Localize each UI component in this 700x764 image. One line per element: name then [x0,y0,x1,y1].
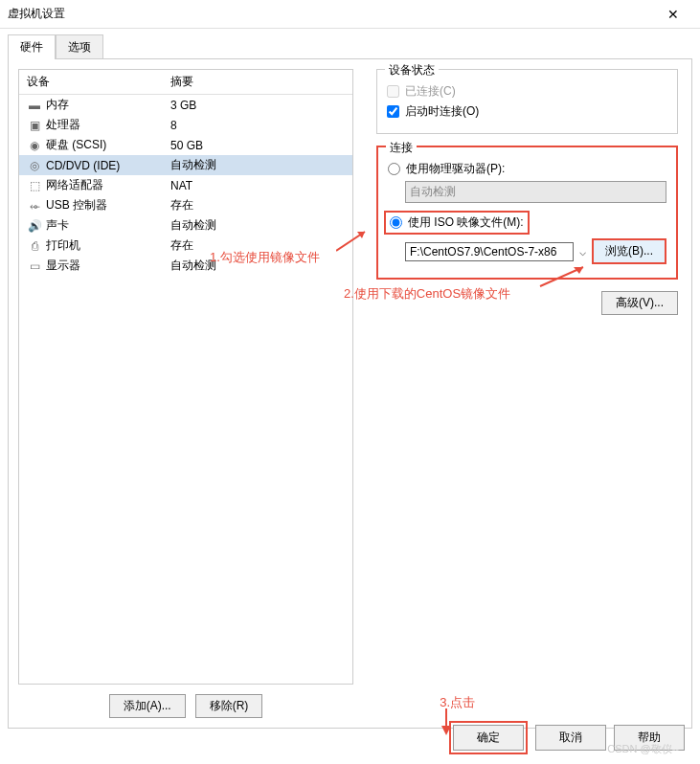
tab-hardware[interactable]: 硬件 [8,34,56,59]
memory-icon: ▬ [27,100,42,111]
cpu-icon: ▣ [27,120,42,131]
ok-button[interactable]: 确定 [453,725,524,751]
device-name: 硬盘 (SCSI) [46,137,170,153]
connection-title: 连接 [386,140,417,156]
device-row[interactable]: ⬰USB 控制器存在 [19,195,352,215]
add-button[interactable]: 添加(A)... [109,694,186,718]
close-icon[interactable]: ✕ [654,7,692,22]
device-name: 声卡 [46,217,170,234]
device-row[interactable]: ⬚网络适配器NAT [19,175,352,195]
device-summary: 存在 [170,237,345,254]
device-summary: 存在 [170,197,345,213]
usb-icon: ⬰ [27,200,42,212]
device-summary: 3 GB [170,99,345,112]
connected-label: 已连接(C) [405,83,456,100]
help-button[interactable]: 帮助 [614,725,685,751]
device-row[interactable]: ▭显示器自动检测 [19,256,352,276]
device-name: 处理器 [46,117,170,133]
device-table: 设备 摘要 ▬内存3 GB▣处理器8◉硬盘 (SCSI)50 GB◎CD/DVD… [18,69,353,685]
connect-start-checkbox[interactable] [387,105,399,118]
device-name: 显示器 [46,258,170,274]
dropdown-icon[interactable]: ⌵ [579,245,586,258]
header-summary: 摘要 [170,74,345,90]
device-summary: 50 GB [170,139,345,152]
advanced-button[interactable]: 高级(V)... [601,291,678,315]
iso-radio[interactable] [390,216,402,229]
tab-options[interactable]: 选项 [56,34,103,59]
physical-radio[interactable] [388,163,400,175]
iso-path-input[interactable] [405,242,574,261]
network-icon: ⬚ [27,180,42,191]
connect-start-label: 启动时连接(O) [405,103,479,120]
display-icon: ▭ [27,260,42,272]
connected-checkbox [387,85,399,98]
device-summary: NAT [170,179,345,192]
status-group: 设备状态 已连接(C) 启动时连接(O) [376,69,678,134]
iso-label: 使用 ISO 映像文件(M): [408,214,524,231]
device-name: 内存 [46,97,170,113]
device-row[interactable]: ◎CD/DVD (IDE)自动检测 [19,155,352,175]
header-device: 设备 [27,74,170,90]
remove-button[interactable]: 移除(R) [195,694,263,718]
device-name: 打印机 [46,237,170,254]
cd-icon: ◎ [27,160,42,171]
device-summary: 8 [170,119,345,132]
printer-icon: ⎙ [27,240,42,252]
device-summary: 自动检测 [170,157,345,173]
device-row[interactable]: ▬内存3 GB [19,95,352,115]
sound-icon: 🔊 [27,220,42,232]
device-name: CD/DVD (IDE) [46,159,170,172]
browse-button[interactable]: 浏览(B)... [592,238,666,264]
physical-dropdown: 自动检测 [405,181,666,203]
device-summary: 自动检测 [170,217,345,234]
device-row[interactable]: ▣处理器8 [19,115,352,135]
device-name: USB 控制器 [46,197,170,213]
device-name: 网络适配器 [46,177,170,193]
cancel-button[interactable]: 取消 [535,725,606,751]
physical-label: 使用物理驱动器(P): [406,161,505,177]
window-title: 虚拟机设置 [8,6,654,22]
device-row[interactable]: 🔊声卡自动检测 [19,215,352,236]
status-title: 设备状态 [385,62,439,79]
connection-group: 连接 使用物理驱动器(P): 自动检测 使用 ISO 映像文件(M): ⌵ 浏览… [376,146,678,280]
device-summary: 自动检测 [170,258,345,274]
device-row[interactable]: ⎙打印机存在 [19,236,352,256]
disk-icon: ◉ [27,140,42,151]
device-row[interactable]: ◉硬盘 (SCSI)50 GB [19,135,352,155]
